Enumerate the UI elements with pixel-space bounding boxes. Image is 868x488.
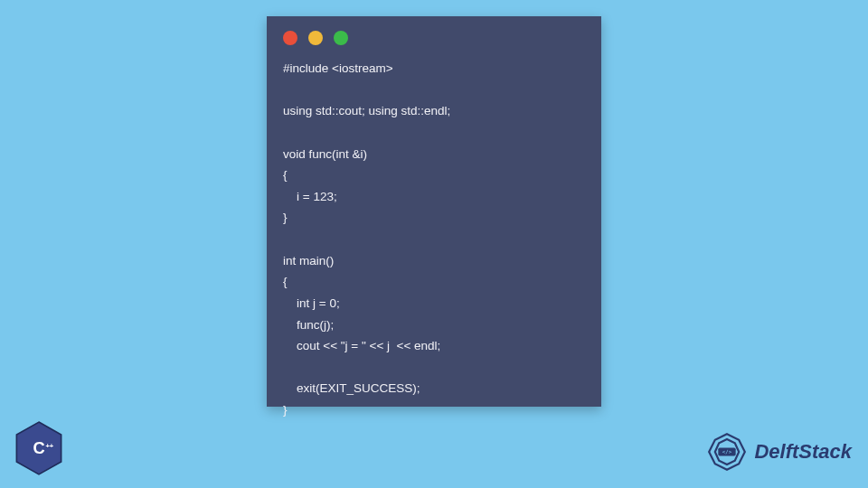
window-controls: [267, 16, 601, 54]
code-block: #include <iostream> using std::cout; usi…: [267, 54, 601, 437]
close-icon[interactable]: [283, 31, 297, 45]
brand-logo-icon: </>: [707, 432, 747, 472]
cpp-hex-icon: C ++: [14, 421, 63, 475]
svg-text:</>: </>: [722, 449, 732, 455]
minimize-icon[interactable]: [308, 31, 323, 45]
brand: </> DelftStack: [707, 432, 852, 472]
zoom-icon[interactable]: [334, 31, 348, 45]
brand-name: DelftStack: [754, 440, 852, 464]
cpp-badge: C ++: [14, 421, 63, 475]
code-window: #include <iostream> using std::cout; usi…: [267, 16, 601, 407]
svg-text:++: ++: [45, 442, 53, 450]
svg-text:C: C: [33, 439, 44, 457]
